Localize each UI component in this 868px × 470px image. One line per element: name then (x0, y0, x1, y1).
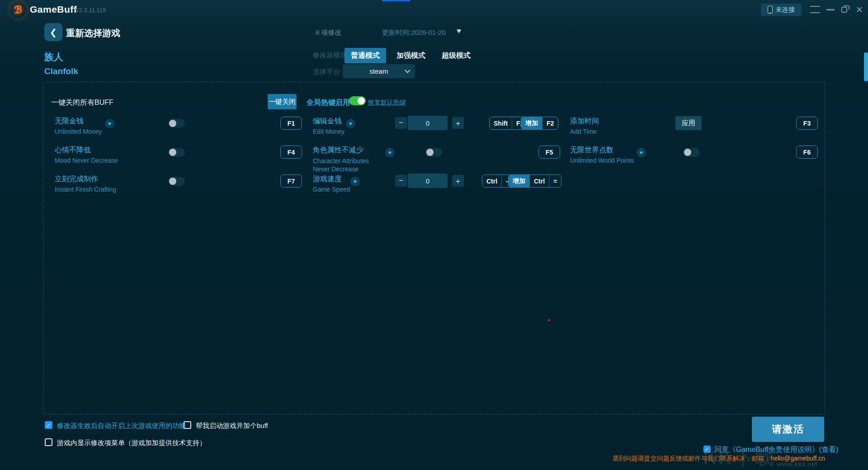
star-icon: ★ (385, 148, 395, 157)
star-icon: ★ (105, 119, 114, 128)
ingame-menu-checkbox[interactable] (45, 438, 52, 446)
close-all-buff-label: 一键关闭所有BUFF (51, 98, 113, 108)
game-speed-increase-hotkey[interactable]: 增加 Ctrl = (508, 174, 561, 188)
cheat-label-cn: 添加时间 (570, 117, 599, 126)
close-icon[interactable]: ✕ (856, 5, 863, 15)
star-icon: ★ (350, 177, 360, 186)
cheat-edit-money: 编辑金钱 Edit Money (313, 117, 344, 135)
cheat-label-en: Mood Never Decrease (55, 157, 118, 164)
tab-enhanced-mode[interactable]: 加强模式 (396, 48, 426, 63)
cheat-label-en: Unlimited World Points (570, 157, 634, 164)
unlimited-money-toggle[interactable] (168, 119, 185, 128)
cheat-label-cn: 立刻完成制作 (55, 174, 116, 184)
top-accent-bar (382, 0, 410, 1)
cheat-character-attributes: 角色属性不减少 Character Attributes Never Decre… (313, 146, 385, 173)
auto-enable-label[interactable]: 修改器生效后自动开启上次游戏使用的功能 (57, 422, 186, 430)
cheat-game-speed: 游戏速度 Game Speed (313, 174, 350, 193)
cheat-label-en: Character Attributes Never Decrease (313, 157, 385, 173)
cheat-instant-finish-crafting: 立刻完成制作 Instant Finish Crafting (55, 174, 116, 193)
cheat-label-en: Instant Finish Crafting (55, 186, 116, 193)
red-dot-artifact (548, 319, 550, 321)
tab-super-mode[interactable]: 超级模式 (441, 48, 471, 63)
support-line: 遇到问题请提交问题反馈或邮件与我们联系解决，邮箱：hello@gamebuff.… (612, 455, 825, 463)
star-icon: ★ (346, 119, 355, 128)
game-name-en: Clanfolk (44, 66, 78, 76)
update-time: 更新时间:2026-01-20 (382, 28, 446, 37)
star-icon: ★ (637, 148, 646, 157)
back-button[interactable]: ❮ (44, 23, 62, 41)
platform-value: steam (370, 67, 388, 75)
cheat-label-en: Game Speed (313, 186, 350, 193)
money-value-input[interactable] (408, 116, 448, 130)
mood-toggle[interactable] (168, 148, 185, 157)
platform-label: 选择平台: (313, 68, 342, 76)
tab-normal-mode[interactable]: 普通模式 (344, 48, 386, 63)
agree-label[interactable]: 同意《GameBuff免责使用说明》(查看) (714, 445, 838, 455)
connection-status-label: 未连接 (776, 6, 795, 14)
trainer-mode-label: 修改器模式 (313, 51, 347, 60)
cheats-panel (43, 82, 825, 414)
minimize-icon[interactable] (826, 9, 835, 10)
support-email[interactable]: hello@gamebuff.cn (770, 455, 825, 462)
money-increase-button[interactable]: ＋ (452, 117, 464, 129)
page-title: 重新选择游戏 (66, 27, 120, 39)
speed-decrease-button[interactable]: − (395, 175, 407, 187)
cheat-label-cn: 无限世界点数 (570, 146, 634, 155)
auto-enable-checkbox[interactable]: ✓ (45, 421, 52, 429)
chevron-down-icon (405, 67, 410, 73)
platform-select[interactable]: steam (343, 64, 415, 78)
global-hotkey-toggle[interactable] (349, 96, 366, 105)
agree-checkbox[interactable]: ✓ (703, 446, 711, 453)
app-title: GameBuff (30, 4, 77, 15)
instant-crafting-toggle[interactable] (168, 177, 185, 186)
restore-default-hotkeys-link[interactable]: 恢复默认热键 (368, 99, 406, 107)
cheat-unlimited-world-points: 无限世界点数 Unlimited World Points (570, 146, 634, 164)
money-decrease-button[interactable]: − (395, 117, 407, 129)
connection-status-button[interactable]: 未连接 (761, 4, 802, 16)
cheat-label-en: Add Time (570, 128, 599, 135)
scrollbar-thumb[interactable] (864, 52, 868, 81)
mood-hotkey[interactable]: F4 (280, 146, 302, 159)
instant-crafting-hotkey[interactable]: F7 (280, 174, 302, 188)
global-hotkey-label: 全局热键启用 (307, 98, 350, 108)
world-points-toggle[interactable] (683, 148, 700, 157)
activate-button[interactable]: 请激活 (752, 417, 824, 442)
cheat-label-cn: 角色属性不减少 (313, 146, 385, 155)
cheat-mood-never-decrease: 心情不降低 Mood Never Decrease (55, 146, 118, 164)
add-time-apply-button[interactable]: 应用 (675, 116, 702, 130)
app-version: V2.3.11.119 (75, 7, 106, 14)
world-points-hotkey[interactable]: F6 (796, 146, 818, 159)
gamebuff-window: ℬ GameBuff V2.3.11.119 未连接 ✕ ❮ 重新选择游戏 8 … (0, 0, 868, 470)
speed-increase-button[interactable]: ＋ (452, 175, 464, 187)
cheat-unlimited-money: 无限金钱 Unlimited Money (55, 117, 102, 135)
add-time-hotkey[interactable]: F3 (796, 117, 818, 130)
ingame-menu-label[interactable]: 游戏内显示修改项菜单（游戏加加提供技术支持） (57, 439, 206, 447)
speed-value-input[interactable] (408, 174, 448, 188)
cheat-label-cn: 无限金钱 (55, 117, 102, 126)
mods-count: 8 项修改 (316, 28, 342, 37)
launch-buff-checkbox[interactable] (184, 421, 191, 429)
character-attributes-toggle[interactable] (425, 148, 442, 157)
edit-money-increase-hotkey[interactable]: 增加 F2 (521, 117, 558, 130)
close-all-button[interactable]: 一键关闭 (268, 94, 297, 109)
menu-icon[interactable] (810, 6, 820, 13)
character-attributes-hotkey[interactable]: F5 (538, 146, 560, 159)
favorite-heart-icon[interactable]: ♥ (457, 27, 461, 36)
cheat-label-cn: 游戏速度 (313, 174, 350, 184)
cheat-label-en: Edit Money (313, 128, 344, 135)
cheat-label-en: Unlimited Money (55, 128, 102, 135)
cheat-add-time: 添加时间 Add Time (570, 117, 599, 135)
phone-icon (768, 6, 773, 14)
gamebuff-logo-icon: ℬ (10, 2, 26, 18)
cheat-label-cn: 编辑金钱 (313, 117, 344, 126)
maximize-icon[interactable] (841, 5, 849, 13)
game-name-cn: 族人 (44, 51, 63, 63)
launch-buff-label[interactable]: 帮我启动游戏并加个buff (196, 422, 268, 430)
cheat-label-cn: 心情不降低 (55, 146, 118, 155)
unlimited-money-hotkey[interactable]: F1 (280, 117, 302, 130)
